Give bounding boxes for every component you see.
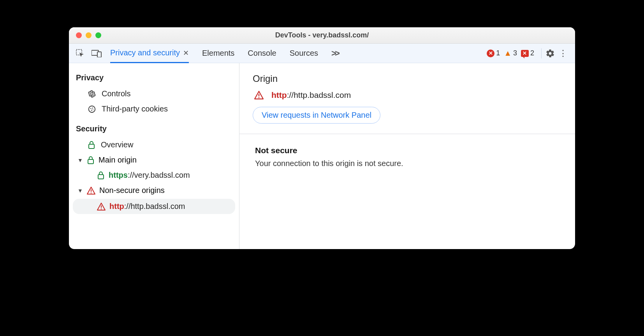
svg-point-3 [89, 106, 95, 112]
url-scheme: http [109, 202, 124, 210]
more-options-icon[interactable]: ⋮ [555, 48, 571, 58]
warning-triangle-icon [97, 203, 106, 210]
devtools-toolbar: Privacy and security ✕ Elements Console … [69, 44, 575, 63]
tab-privacy-security[interactable]: Privacy and security ✕ [110, 44, 189, 63]
issues-badge[interactable]: ✕ 2 [521, 49, 534, 57]
sidebar-item-label: Overview [101, 140, 133, 149]
svg-point-5 [92, 108, 93, 108]
titlebar: DevTools - very.badssl.com/ [69, 27, 575, 44]
more-tabs-icon[interactable]: >> [331, 48, 338, 58]
tab-label: Elements [202, 49, 234, 58]
settings-icon[interactable] [545, 49, 555, 58]
window-title: DevTools - very.badssl.com/ [69, 31, 575, 39]
svg-point-4 [90, 108, 91, 108]
svg-point-16 [259, 97, 260, 98]
svg-point-12 [91, 192, 91, 193]
caret-down-icon[interactable]: ▼ [77, 157, 83, 163]
tab-sources[interactable]: Sources [290, 44, 318, 63]
tab-label: Console [248, 49, 276, 58]
errors-badge[interactable]: ✕ 1 [487, 49, 500, 57]
tab-label: Privacy and security [110, 48, 180, 57]
caret-down-icon[interactable]: ▼ [77, 187, 83, 194]
sidebar-origin-secure[interactable]: https://very.badssl.com [69, 168, 239, 183]
origin-url: http://http.badssl.com [271, 90, 351, 100]
warning-icon: ▲ [504, 49, 512, 58]
svg-point-7 [93, 109, 93, 110]
origin-summary: Origin http://http.badssl.com View reque… [239, 63, 575, 134]
inspect-element-icon[interactable] [76, 49, 84, 58]
svg-rect-2 [97, 52, 101, 57]
status-badges: ✕ 1 ▲ 3 ✕ 2 [487, 49, 534, 58]
error-icon: ✕ [487, 50, 494, 57]
sidebar-item-cookies[interactable]: Third-party cookies [69, 101, 239, 117]
panel-tabs: Privacy and security ✕ Elements Console … [110, 44, 487, 63]
warnings-count: 3 [513, 49, 517, 57]
security-sidebar: Privacy Controls Third-party cookies Sec… [69, 63, 239, 249]
svg-point-6 [91, 110, 92, 110]
tab-elements[interactable]: Elements [202, 44, 234, 63]
url-scheme: https [109, 171, 128, 179]
tab-console[interactable]: Console [248, 44, 276, 63]
url-scheme: http [271, 90, 287, 99]
url-rest: ://http.badssl.com [287, 90, 351, 99]
issues-count: 2 [530, 49, 534, 57]
svg-rect-9 [88, 159, 93, 164]
url-rest: ://http.badssl.com [124, 202, 185, 210]
close-tab-icon[interactable]: ✕ [183, 49, 189, 57]
svg-point-14 [101, 208, 102, 209]
cookie-icon [88, 105, 96, 113]
issue-icon: ✕ [521, 50, 529, 57]
origin-heading: Origin [253, 73, 562, 84]
sidebar-item-nonsecure[interactable]: ▼ Non-secure origins [69, 183, 239, 198]
status-heading: Not secure [255, 146, 560, 155]
warnings-badge[interactable]: ▲ 3 [504, 49, 517, 58]
privacy-section-header: Privacy [69, 71, 239, 86]
origin-url-row: http://http.badssl.com [253, 90, 562, 100]
origin-url: http://http.badssl.com [109, 202, 185, 211]
origin-url: https://very.badssl.com [109, 171, 190, 180]
svg-rect-10 [98, 175, 104, 179]
sidebar-item-label: Third-party cookies [102, 104, 168, 113]
sidebar-item-label: Controls [102, 89, 130, 98]
warning-triangle-icon [87, 187, 95, 195]
sidebar-item-label: Non-secure origins [99, 186, 165, 195]
lock-icon [87, 156, 95, 164]
sidebar-item-label: Main origin [99, 156, 137, 164]
toolbar-divider [541, 48, 542, 58]
panel-content: Privacy Controls Third-party cookies Sec… [69, 63, 575, 249]
status-description: Your connection to this origin is not se… [255, 159, 560, 168]
sidebar-item-main-origin[interactable]: ▼ Main origin [69, 152, 239, 168]
tab-label: Sources [290, 49, 318, 58]
origin-details: Origin http://http.badssl.com View reque… [239, 63, 575, 249]
device-toolbar-icon[interactable] [91, 50, 102, 57]
security-status: Not secure Your connection to this origi… [239, 134, 575, 180]
warning-triangle-icon [254, 91, 264, 99]
security-section-header: Security [69, 122, 239, 137]
devtools-window: DevTools - very.badssl.com/ Privacy and … [69, 27, 575, 249]
url-rest: ://very.badssl.com [128, 171, 190, 179]
lock-icon [97, 171, 105, 180]
sidebar-item-overview[interactable]: Overview [69, 137, 239, 152]
sidebar-origin-nonsecure[interactable]: http://http.badssl.com [73, 199, 235, 214]
svg-rect-8 [89, 144, 94, 149]
lock-icon [88, 141, 95, 149]
view-requests-button[interactable]: View requests in Network Panel [253, 107, 380, 124]
gear-icon [88, 90, 96, 98]
sidebar-item-controls[interactable]: Controls [69, 86, 239, 101]
button-label: View requests in Network Panel [262, 111, 371, 119]
errors-count: 1 [496, 49, 500, 57]
